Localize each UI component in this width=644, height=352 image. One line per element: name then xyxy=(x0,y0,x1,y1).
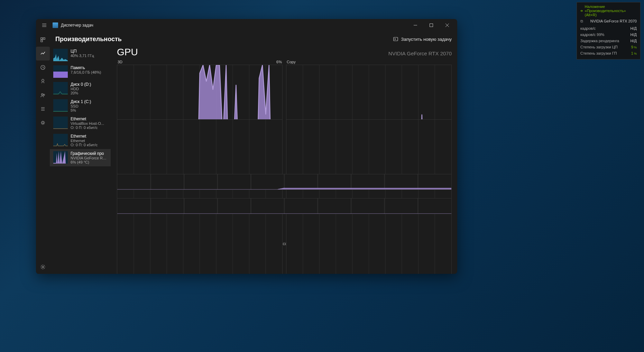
svg-rect-8 xyxy=(43,38,45,39)
performance-sidebar: ЦП40% 3,71 ГГцПамять7,6/16,0 ГБ (48%)Дис… xyxy=(50,47,111,274)
svg-line-12 xyxy=(44,82,44,83)
sidebar-thumb xyxy=(53,65,68,78)
gpu-heading: GPU xyxy=(117,47,138,58)
app-icon xyxy=(53,22,58,28)
overlay-row-value: 9% xyxy=(631,45,637,49)
task-manager-window: Диспетчер задач Производительность Запус xyxy=(36,19,457,274)
svg-line-11 xyxy=(42,82,42,83)
sidebar-item-sub: Ethernet xyxy=(71,139,98,143)
svg-rect-9 xyxy=(41,40,43,42)
run-new-task-button[interactable]: Запустить новую задачу xyxy=(393,36,452,42)
overlay-title: Наложение «Производительность» (Alt+R) xyxy=(585,4,637,17)
svg-rect-7 xyxy=(41,38,43,39)
sidebar-item-title: Графический про xyxy=(71,151,108,156)
settings-button[interactable] xyxy=(36,260,50,274)
rail-services[interactable] xyxy=(36,116,50,130)
sidebar-item-sub: HDD xyxy=(71,87,91,91)
overlay-row-value: Н/Д xyxy=(631,26,637,30)
overlay-row-value: Н/Д xyxy=(631,39,637,43)
sidebar-item-disk1[interactable]: Диск 1 (C:)SSD5% xyxy=(50,97,111,114)
page-title: Производительность xyxy=(55,36,393,43)
svg-point-18 xyxy=(42,122,44,124)
sidebar-item-gpu[interactable]: Графический проNVIDIA GeForce RTX 2076% … xyxy=(50,149,111,166)
sidebar-item-disk0[interactable]: Диск 0 (D:)HDD20% xyxy=(50,80,111,97)
nvidia-overlay: Наложение «Производительность» (Alt+R) ⧉… xyxy=(577,2,641,59)
sidebar-item-sub2: 20% xyxy=(71,91,91,95)
sidebar-item-sub: VirtualBox Host-O... xyxy=(71,121,104,126)
rail-app-history[interactable] xyxy=(36,61,50,74)
svg-rect-24 xyxy=(53,72,68,78)
overlay-title-row: Наложение «Производительность» (Alt+R) xyxy=(580,4,637,17)
overlay-row-key: Степень загрузки ЦП xyxy=(580,45,618,49)
svg-marker-23 xyxy=(53,54,68,61)
svg-point-14 xyxy=(43,94,45,95)
overlay-row: Задержка рендерингаН/Д xyxy=(580,38,637,44)
sidebar-thumb xyxy=(53,82,68,94)
sidebar-item-sub2: 5% xyxy=(71,108,91,112)
titlebar: Диспетчер задач xyxy=(36,19,457,31)
svg-point-13 xyxy=(42,94,43,95)
sidebar-item-title: Диск 1 (C:) xyxy=(71,99,91,104)
sidebar-item-sub: 7,6/16,0 ГБ (48%) xyxy=(71,70,101,74)
sidebar-item-eth0[interactable]: EthernetVirtualBox Host-O...О: 0 П: 0 кб… xyxy=(50,114,111,132)
overlay-row-key: Задержка рендеринга xyxy=(580,39,619,43)
overlay-card: NVIDIA GeForce RTX 2070 xyxy=(580,19,637,23)
chart-copy-label: Copy xyxy=(287,60,296,64)
sidebar-thumb xyxy=(53,151,68,164)
sidebar-item-cpu[interactable]: ЦП40% 3,71 ГГц xyxy=(50,47,111,63)
sidebar-thumb xyxy=(53,49,68,61)
sidebar-item-sub2: 6% (49 °C) xyxy=(71,160,108,164)
maximize-button[interactable] xyxy=(423,19,439,31)
rail-users[interactable] xyxy=(36,88,50,102)
sidebar-item-sub2: О: 0 П: 0 кбит/с xyxy=(71,143,98,147)
gpu-model: NVIDIA GeForce RTX 2070 xyxy=(388,50,452,56)
sidebar-item-title: Диск 0 (D:) xyxy=(71,82,91,87)
svg-marker-25 xyxy=(53,151,68,164)
rail-startup[interactable] xyxy=(36,74,50,88)
sidebar-item-eth1[interactable]: EthernetEthernetО: 0 П: 0 кбит/с xyxy=(50,132,111,149)
subheader: Производительность Запустить новую задач… xyxy=(50,31,457,47)
overlay-row: кадров/сН/Д xyxy=(580,25,637,31)
pin-icon: ⧉ xyxy=(580,19,583,24)
window-title: Диспетчер задач xyxy=(61,23,407,28)
rail-processes[interactable] xyxy=(36,33,50,47)
chart-video-encode xyxy=(117,119,283,274)
sidebar-thumb xyxy=(53,99,68,112)
chart-video-decode xyxy=(286,119,452,274)
svg-rect-4 xyxy=(430,24,433,27)
sidebar-item-title: Ethernet xyxy=(71,117,104,121)
svg-point-19 xyxy=(42,266,44,268)
overlay-row: кадров/с 99%Н/Д xyxy=(580,31,637,38)
overlay-row-key: кадров/с xyxy=(580,26,596,30)
sidebar-item-sub2: О: 0 П: 0 кбит/с xyxy=(71,126,104,130)
sidebar-item-title: Ethernet xyxy=(71,134,98,139)
overlay-row-key: Степень загрузки ГП xyxy=(580,51,617,55)
close-button[interactable] xyxy=(439,19,455,31)
sidebar-item-sub: NVIDIA GeForce RTX 207 xyxy=(71,156,108,160)
nvidia-eye-icon xyxy=(580,9,583,13)
chart-3d-label: 3D xyxy=(118,60,122,64)
svg-line-22 xyxy=(395,39,396,40)
sidebar-item-sub: SSD xyxy=(71,104,91,108)
sidebar-thumb xyxy=(53,134,68,146)
run-task-label: Запустить новую задачу xyxy=(401,37,452,42)
minimize-button[interactable] xyxy=(407,19,423,31)
chart-mem-shared xyxy=(117,198,452,214)
chart-3d-value: 6% xyxy=(276,60,282,64)
hamburger-button[interactable] xyxy=(38,19,50,31)
overlay-card-row: ⧉ NVIDIA GeForce RTX 2070 xyxy=(580,19,637,23)
overlay-row: Степень загрузки ГП1% xyxy=(580,50,637,56)
rail-performance[interactable] xyxy=(36,47,50,61)
nav-rail xyxy=(36,31,50,274)
sidebar-item-title: Память xyxy=(71,65,101,70)
sidebar-item-mem[interactable]: Память7,6/16,0 ГБ (48%) xyxy=(50,63,111,80)
sidebar-thumb xyxy=(53,117,68,129)
chart-mem-dedicated xyxy=(117,174,452,190)
svg-marker-75 xyxy=(117,188,451,189)
overlay-row-value: Н/Д xyxy=(631,33,637,37)
overlay-row-value: 1% xyxy=(631,51,637,55)
rail-details[interactable] xyxy=(36,102,50,116)
sidebar-item-title: ЦП xyxy=(71,49,94,54)
gpu-detail-panel: GPU NVIDIA GeForce RTX 2070 3D 6% xyxy=(111,47,457,274)
sidebar-item-sub: 40% 3,71 ГГц xyxy=(71,54,94,58)
